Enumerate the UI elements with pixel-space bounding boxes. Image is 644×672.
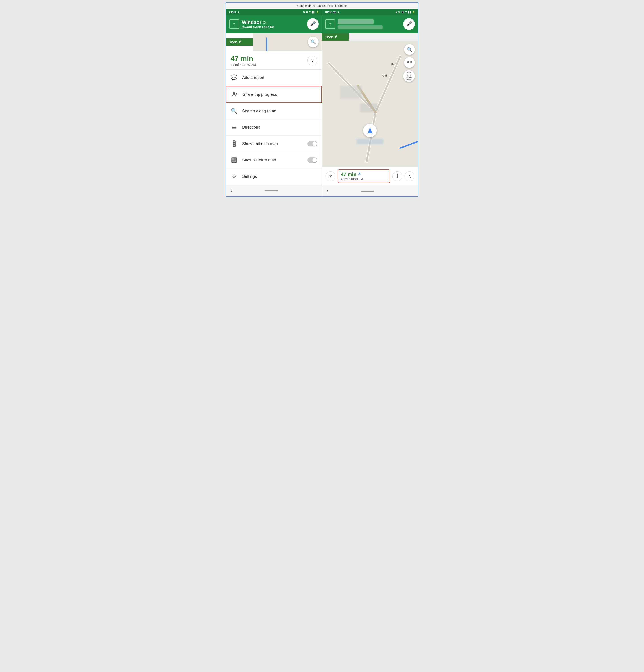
directions-icon (230, 124, 238, 131)
left-status-icons: ⚙ ⊕ ▼ ▌▌ 🔋 (303, 11, 319, 13)
right-mute-fab[interactable] (404, 57, 415, 68)
right-nav-header: ↑ 🎤 (322, 15, 418, 33)
right-trip-time: 47 min (341, 171, 387, 177)
right-mic-icon: 🎤 (406, 21, 412, 27)
right-map-area: Ferr Old 🔍 (322, 40, 418, 166)
left-menu-list: 💬 Add a report Share tr (226, 70, 322, 185)
page-title: Google Maps - Share - Android Phone (297, 4, 347, 8)
right-mute-icon (407, 60, 412, 66)
left-street-main: Windsor Cir (242, 19, 304, 25)
left-expand-icon: ∨ (311, 58, 314, 63)
svg-rect-22 (360, 104, 378, 112)
menu-item-show-satellite[interactable]: Show satellite map (226, 152, 322, 168)
outer-container: Google Maps - Share - Android Phone 10:0… (226, 2, 418, 197)
right-share-icon (358, 172, 362, 177)
right-home-indicator (361, 191, 374, 192)
svg-rect-8 (232, 158, 234, 160)
svg-point-0 (233, 92, 235, 94)
right-search-fab[interactable]: 🔍 (404, 44, 415, 55)
map-blurred-address (357, 139, 383, 144)
directions-label: Directions (242, 125, 317, 130)
right-map-search-icon: 🔍 (407, 47, 413, 52)
svg-point-33 (360, 173, 361, 174)
left-status-icon-set: ⚙ ⊕ ▼ ▌▌ 🔋 (303, 11, 319, 13)
share-trip-label: Share trip progress (243, 92, 317, 97)
left-up-arrow: ↑ (229, 19, 239, 29)
left-search-icon: 🔍 (311, 39, 316, 45)
add-report-icon: 💬 (230, 74, 238, 81)
left-street-sub: toward Swan Lake Rd (242, 25, 304, 29)
menu-item-settings[interactable]: ⚙ Settings (226, 168, 322, 185)
menu-item-search-route[interactable]: 🔍 Search along route (226, 103, 322, 119)
left-route-line (266, 37, 267, 51)
left-status-time-area: 10:01 ▲ (229, 10, 240, 14)
map-svg: Ferr Old (322, 40, 418, 166)
menu-item-add-report[interactable]: 💬 Add a report (226, 70, 322, 86)
left-then-bar: Then ↱ (226, 38, 253, 46)
right-trip-info-center: 47 min 43 mi • 10:49 AM (338, 169, 390, 183)
left-back-icon[interactable]: ‹ (230, 188, 232, 193)
left-nav-text: Windsor Cir toward Swan Lake Rd (239, 19, 307, 29)
right-time: 10:02 (325, 10, 332, 14)
right-bottom-bar: ✕ 47 min 43 mi (322, 166, 418, 186)
menu-item-share-trip[interactable]: Share trip progress (226, 86, 322, 103)
right-nav-blurred (335, 19, 403, 29)
menu-item-directions[interactable]: Directions (226, 119, 322, 136)
right-close-button[interactable]: ✕ (325, 171, 335, 181)
left-then-label: Then (229, 40, 237, 44)
svg-point-32 (359, 173, 360, 174)
right-up-button[interactable]: ∧ (405, 171, 414, 181)
satellite-label: Show satellite map (242, 158, 303, 163)
left-trip-info-left: 47 min 43 mi • 10:49 AM (230, 55, 256, 67)
search-route-icon: 🔍 (230, 107, 238, 115)
svg-rect-11 (234, 160, 236, 162)
search-route-label: Search along route (242, 109, 317, 113)
svg-marker-25 (407, 61, 409, 63)
svg-text:Ferr: Ferr (391, 63, 397, 66)
svg-rect-21 (340, 86, 362, 99)
satellite-toggle[interactable] (307, 157, 317, 163)
phone-right: 10:02 📷 ▲ ⚙ ⊕ 📳 ▼ ▌▌ 🔋 ↑ 🎤 (322, 9, 418, 196)
right-close-icon: ✕ (329, 174, 332, 179)
right-report-fab[interactable]: 25 minslower (403, 70, 415, 82)
right-status-icons: ⚙ ⊕ 📳 ▼ ▌▌ 🔋 (395, 11, 415, 13)
right-mic-button[interactable]: 🎤 (403, 18, 415, 30)
left-nav-header: ↑ Windsor Cir toward Swan Lake Rd 🎤 (226, 15, 322, 33)
right-status-time-area: 10:02 📷 ▲ (325, 10, 340, 14)
settings-label: Settings (242, 174, 317, 179)
svg-text:Old: Old (382, 74, 387, 77)
right-then-row: Then ↱ (322, 33, 418, 40)
dual-screen: 10:01 ▲ ⚙ ⊕ ▼ ▌▌ 🔋 ↑ Windsor Cir toward … (226, 9, 418, 196)
right-route-button[interactable] (392, 171, 402, 181)
traffic-icon (230, 140, 238, 147)
right-up-arrow: ↑ (325, 19, 335, 29)
right-bottom-nav: ‹ (322, 186, 418, 196)
add-report-label: Add a report (242, 75, 317, 80)
left-expand-button[interactable]: ∨ (307, 56, 317, 65)
right-then-label: Then (325, 35, 333, 39)
right-up-icon: ∧ (408, 174, 411, 179)
left-then-turn-icon: ↱ (239, 40, 241, 44)
svg-point-5 (234, 143, 235, 144)
left-mic-button[interactable]: 🎤 (307, 18, 319, 30)
svg-rect-9 (234, 158, 236, 160)
left-trip-time: 47 min (230, 55, 256, 63)
left-trip-info-bar: 47 min 43 mi • 10:49 AM ∨ (226, 51, 322, 70)
right-status-icon-set: ⚙ ⊕ 📳 ▼ ▌▌ 🔋 (395, 11, 415, 13)
right-then-bar: Then ↱ (322, 33, 349, 40)
left-time: 10:01 (229, 10, 236, 14)
right-nav-blur-2 (338, 25, 383, 29)
svg-rect-10 (232, 160, 234, 162)
phone-left: 10:01 ▲ ⚙ ⊕ ▼ ▌▌ 🔋 ↑ Windsor Cir toward … (226, 9, 322, 196)
menu-item-show-traffic[interactable]: Show traffic on map (226, 136, 322, 152)
svg-point-6 (234, 145, 235, 146)
left-status-bar: 10:01 ▲ ⚙ ⊕ ▼ ▌▌ 🔋 (226, 9, 322, 15)
left-nav-arrow: ▲ (237, 10, 240, 14)
left-search-fab[interactable]: 🔍 (308, 37, 319, 47)
traffic-toggle[interactable] (307, 141, 317, 146)
left-trip-details: 43 mi • 10:49 AM (230, 63, 256, 67)
left-bottom-nav: ‹ (226, 185, 322, 196)
right-back-icon[interactable]: ‹ (326, 188, 328, 194)
left-then-row: Then ↱ 🔍 (226, 33, 322, 51)
traffic-label: Show traffic on map (242, 142, 303, 146)
